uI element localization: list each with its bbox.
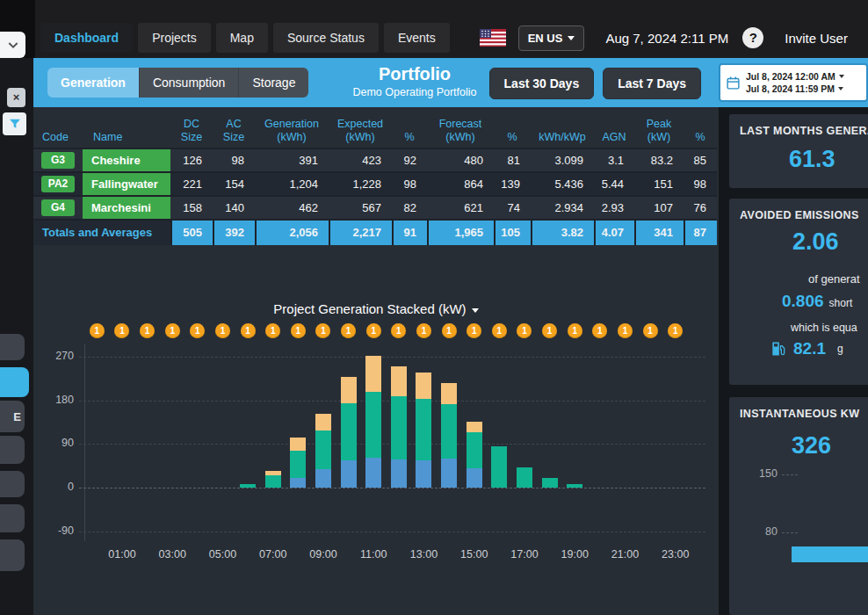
nav-item-map[interactable]: Map [216,23,268,53]
column-header[interactable]: Peak (kW) [634,118,684,148]
hour-marker[interactable]: 1 [315,323,330,338]
bar-segment-series-2[interactable] [265,475,281,488]
rail-item[interactable] [0,539,25,571]
bar-segment-series-2[interactable] [416,399,431,460]
bar-segment-series-3[interactable] [365,356,381,392]
filter-button[interactable] [3,112,26,135]
column-header[interactable]: DC Size [170,118,213,148]
column-header[interactable]: Expected (kWh) [329,118,392,148]
bar-segment-series-2[interactable] [365,392,381,458]
column-header[interactable]: % [494,131,531,148]
language-label: EN US [528,32,563,45]
hour-marker[interactable]: 1 [114,323,129,338]
rail-item[interactable] [0,367,29,397]
bar-segment-series-3[interactable] [315,414,331,430]
range-button-last-30-days[interactable]: Last 30 Days [489,68,595,99]
hour-marker[interactable]: 1 [291,323,306,338]
hour-marker[interactable]: 1 [241,323,256,338]
bar-segment-series-2[interactable] [542,478,558,488]
column-header[interactable]: % [684,131,717,148]
rail-item[interactable]: E [0,401,25,432]
bar-segment-series-1[interactable] [391,459,407,488]
hour-marker[interactable]: 1 [165,323,180,338]
column-header[interactable]: % [392,131,427,148]
column-header[interactable]: AC Size [213,118,255,148]
column-header[interactable]: kWh/kWp [531,131,594,148]
bar-segment-series-2[interactable] [567,484,582,488]
bar-segment-series-3[interactable] [441,383,457,404]
hour-marker[interactable]: 1 [592,323,607,338]
bar-segment-series-1[interactable] [365,458,381,488]
hour-marker[interactable]: 1 [568,323,582,338]
bar-segment-series-3[interactable] [391,366,407,396]
chart-title[interactable]: Project Generation Stacked (kW) [33,301,719,316]
bar-segment-series-1[interactable] [467,468,482,488]
bar-segment-series-3[interactable] [290,438,306,451]
table-row[interactable]: G3Cheshire1269839142392480813.0993.183.2… [33,148,717,171]
hour-marker[interactable]: 1 [215,323,230,338]
hour-marker[interactable]: 1 [90,323,105,338]
bar-segment-series-1[interactable] [341,460,357,488]
date-range-picker[interactable]: Jul 8, 2024 12:00 AM Jul 8, 2024 11:59 P… [719,63,868,102]
hour-marker[interactable]: 1 [140,323,155,338]
hour-marker[interactable]: 1 [668,323,683,338]
date-to: Jul 8, 2024 11:59 PM [746,83,835,94]
bar-segment-series-1[interactable] [315,469,331,488]
hour-marker[interactable]: 1 [442,323,457,338]
collapse-panel-button[interactable] [0,32,25,58]
tab-generation[interactable]: Generation [47,68,140,98]
tab-consumption[interactable]: Consumption [140,68,240,98]
hour-marker[interactable]: 1 [341,323,356,338]
bar-segment-series-2[interactable] [341,403,357,460]
hour-marker[interactable]: 1 [618,323,633,338]
rail-item[interactable] [0,436,25,464]
bar-segment-series-2[interactable] [290,451,306,478]
table-row[interactable]: G4Marchesini15814046256782621742.9342.93… [33,195,717,219]
bar-segment-series-1[interactable] [290,478,306,488]
bar-segment-series-3[interactable] [341,377,357,403]
column-header[interactable]: Generation (kWh) [255,118,329,148]
hour-marker[interactable]: 1 [190,323,205,338]
column-header[interactable]: Forecast (kWh) [427,118,494,148]
tab-storage[interactable]: Storage [239,68,308,98]
hour-marker[interactable]: 1 [517,323,532,338]
bar-segment-series-3[interactable] [467,422,482,432]
bar-segment-series-2[interactable] [491,446,507,488]
bar-segment-series-2[interactable] [391,396,407,459]
nav-item-dashboard[interactable]: Dashboard [40,23,133,53]
nav-item-events[interactable]: Events [384,23,450,53]
range-button-last-7-days[interactable]: Last 7 Days [603,68,701,99]
bar-segment-series-2[interactable] [441,404,457,459]
hour-marker[interactable]: 1 [492,323,507,338]
rail-item[interactable] [0,334,25,360]
nav-item-source-status[interactable]: Source Status [273,23,379,53]
column-header[interactable]: Code [33,131,83,148]
bar-segment-series-2[interactable] [240,484,256,488]
hour-marker[interactable]: 1 [643,323,658,338]
mini-gridline [782,474,798,475]
bar-segment-series-1[interactable] [416,460,431,488]
invite-user-button[interactable]: Invite User [779,30,853,47]
hour-marker[interactable]: 1 [265,323,280,338]
bar-segment-series-3[interactable] [416,373,431,400]
bar-segment-series-1[interactable] [441,459,457,488]
project-code-badge: G4 [41,199,75,216]
bar-segment-series-2[interactable] [467,432,482,468]
help-icon[interactable]: ? [742,27,763,48]
nav-item-projects[interactable]: Projects [138,23,211,53]
column-header[interactable]: Name [83,131,170,148]
hour-marker[interactable]: 1 [366,323,381,338]
hour-marker[interactable]: 1 [542,323,557,338]
table-row[interactable]: PA2Fallingwater2211541,2041,228988641395… [33,171,717,195]
bar-segment-series-3[interactable] [265,471,281,476]
hour-marker[interactable]: 1 [416,323,431,338]
hour-marker[interactable]: 1 [391,323,406,338]
rail-item[interactable] [0,504,25,532]
bar-segment-series-2[interactable] [315,430,331,469]
hour-marker[interactable]: 1 [467,323,481,338]
rail-item[interactable] [0,471,25,497]
close-button[interactable]: × [7,88,25,107]
language-selector[interactable]: EN US [518,25,585,51]
column-header[interactable]: AGN [594,131,634,148]
bar-segment-series-2[interactable] [517,467,532,488]
